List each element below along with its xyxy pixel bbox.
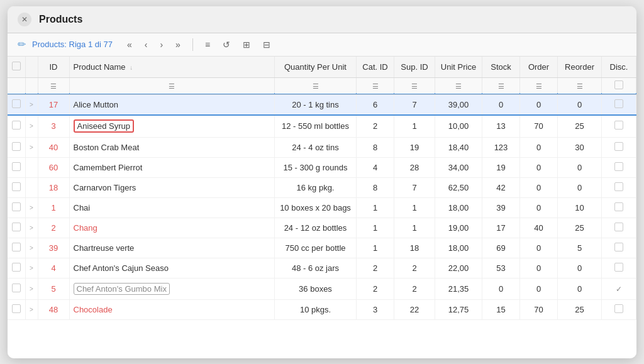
- add-button[interactable]: ⊞: [240, 38, 253, 51]
- row-expand[interactable]: >: [25, 299, 38, 319]
- row-disc-checkbox[interactable]: [614, 223, 623, 231]
- row-disc-checkbox[interactable]: [614, 121, 623, 130]
- export-button[interactable]: ⊟: [260, 38, 274, 51]
- row-checkbox[interactable]: [12, 162, 21, 171]
- row-disc-checkbox[interactable]: [614, 202, 623, 211]
- filter-icon-name[interactable]: ☰: [169, 82, 175, 91]
- row-qty: 16 kg pkg.: [275, 177, 357, 197]
- row-disc-checkbox[interactable]: [614, 182, 623, 191]
- col-header-stock[interactable]: Stock: [482, 57, 520, 78]
- row-product-name[interactable]: Aniseed Syrup: [69, 114, 275, 137]
- row-expand[interactable]: >: [25, 114, 38, 137]
- row-expand[interactable]: >: [25, 94, 38, 115]
- filter-icon-qty[interactable]: ☰: [313, 82, 319, 91]
- row-product-name[interactable]: Chef Anton's Gumbo Mix: [69, 278, 275, 299]
- table-row[interactable]: 60Camembert Pierrot15 - 300 g rounds4283…: [8, 157, 636, 177]
- row-checkbox[interactable]: [12, 284, 21, 292]
- row-disc-checkbox[interactable]: [614, 304, 623, 313]
- row-expand[interactable]: >: [25, 258, 38, 278]
- row-checkbox[interactable]: [12, 99, 21, 108]
- col-header-disc[interactable]: Disc.: [602, 57, 636, 78]
- col-header-reorder[interactable]: Reorder: [558, 57, 602, 78]
- row-expand[interactable]: >: [25, 197, 38, 218]
- prev-page-button[interactable]: ‹: [142, 38, 151, 51]
- first-page-button[interactable]: «: [124, 38, 135, 51]
- row-product-name[interactable]: Chocolade: [69, 299, 275, 319]
- row-order: 0: [520, 94, 558, 115]
- col-header-cat[interactable]: Cat. ID: [357, 57, 394, 78]
- row-checkbox[interactable]: [12, 304, 21, 313]
- filter-icon-stock[interactable]: ☰: [498, 82, 504, 91]
- row-expand[interactable]: [25, 177, 38, 197]
- row-expand[interactable]: >: [25, 137, 38, 157]
- col-header-price[interactable]: Unit Price: [435, 57, 482, 78]
- row-checkbox[interactable]: [12, 142, 21, 151]
- row-product-name[interactable]: Alice Mutton: [69, 94, 275, 115]
- row-checkbox[interactable]: [12, 121, 21, 130]
- refresh-button[interactable]: ↺: [219, 38, 233, 51]
- table-row[interactable]: >4Chef Anton's Cajun Seaso48 - 6 oz jars…: [8, 258, 636, 278]
- row-disc-checkbox[interactable]: [614, 162, 623, 171]
- row-disc: [602, 197, 636, 218]
- filter-checkbox-col: [8, 77, 25, 94]
- table-row[interactable]: 18Carnarvon Tigers16 kg pkg.8762,504200: [8, 177, 636, 197]
- table-row[interactable]: >39Chartreuse verte750 cc per bottle1181…: [8, 238, 636, 258]
- col-header-product-name[interactable]: Product Name ↓: [69, 57, 275, 78]
- table-row[interactable]: >17Alice Mutton20 - 1 kg tins6739,00000: [8, 94, 636, 115]
- row-product-name[interactable]: Camembert Pierrot: [69, 157, 275, 177]
- filter-icon-cat[interactable]: ☰: [372, 82, 379, 91]
- row-expand[interactable]: [25, 157, 38, 177]
- row-product-name[interactable]: Chang: [69, 218, 275, 238]
- row-checkbox[interactable]: [12, 243, 21, 251]
- row-product-name[interactable]: Boston Crab Meat: [69, 137, 275, 157]
- filter-disc-col: [602, 77, 636, 94]
- row-product-name[interactable]: Chef Anton's Cajun Seaso: [69, 258, 275, 278]
- filter-qty-col: ☰: [275, 77, 357, 94]
- row-product-name[interactable]: Chai: [69, 197, 275, 218]
- row-cat-id: 1: [357, 218, 394, 238]
- filter-icon-reorder[interactable]: ☰: [577, 82, 583, 91]
- row-checkbox[interactable]: [12, 263, 21, 272]
- table-row[interactable]: >40Boston Crab Meat24 - 4 oz tins81918,4…: [8, 137, 636, 157]
- table-row[interactable]: >2Chang24 - 12 oz bottles1119,00174025: [8, 218, 636, 238]
- row-expand[interactable]: >: [25, 238, 38, 258]
- row-unit-price: 18,00: [435, 238, 482, 258]
- last-page-button[interactable]: »: [172, 38, 184, 51]
- row-disc-checkbox[interactable]: [614, 99, 623, 108]
- row-stock: 39: [482, 197, 520, 218]
- row-disc-checkbox[interactable]: [614, 263, 623, 272]
- filter-icon-price[interactable]: ☰: [455, 82, 462, 91]
- row-stock: 123: [482, 137, 520, 157]
- filter-icon-id[interactable]: ☰: [50, 82, 57, 91]
- table-row[interactable]: >1Chai10 boxes x 20 bags1118,0039010: [8, 197, 636, 218]
- row-checkbox[interactable]: [12, 223, 21, 231]
- row-cat-id: 2: [357, 278, 394, 299]
- header-checkbox[interactable]: [12, 62, 21, 70]
- row-checkbox[interactable]: [12, 182, 21, 191]
- row-order: 0: [520, 157, 558, 177]
- filter-disc-checkbox[interactable]: [614, 80, 623, 89]
- row-cat-id: 8: [357, 177, 394, 197]
- row-expand[interactable]: >: [25, 218, 38, 238]
- filter-icon-sup[interactable]: ☰: [411, 82, 418, 91]
- filter-button[interactable]: ≡: [202, 38, 213, 51]
- filter-icon-order[interactable]: ☰: [536, 82, 542, 91]
- row-product-name[interactable]: Carnarvon Tigers: [69, 177, 275, 197]
- row-unit-price: 22,00: [435, 258, 482, 278]
- table-row[interactable]: >48Chocolade10 pkgs.32212,75157025: [8, 299, 636, 319]
- col-header-sup[interactable]: Sup. ID: [394, 57, 435, 78]
- next-page-button[interactable]: ›: [157, 38, 166, 51]
- row-product-name[interactable]: Chartreuse verte: [69, 238, 275, 258]
- table-row[interactable]: >3Aniseed Syrup12 - 550 ml bottles2110,0…: [8, 114, 636, 137]
- table-row[interactable]: >5Chef Anton's Gumbo Mix36 boxes2221,350…: [8, 278, 636, 299]
- row-checkbox[interactable]: [12, 202, 21, 211]
- row-disc-checkbox[interactable]: [614, 243, 623, 251]
- col-header-order[interactable]: Order: [520, 57, 558, 78]
- close-button[interactable]: ✕: [18, 13, 31, 26]
- row-disc-checkbox[interactable]: [614, 142, 623, 151]
- row-expand[interactable]: >: [25, 278, 38, 299]
- filter-reorder-col: ☰: [558, 77, 602, 94]
- row-unit-price: 39,00: [435, 94, 482, 115]
- table-body: >17Alice Mutton20 - 1 kg tins6739,00000>…: [8, 94, 636, 320]
- col-header-qty[interactable]: Quantity Per Unit: [275, 57, 357, 78]
